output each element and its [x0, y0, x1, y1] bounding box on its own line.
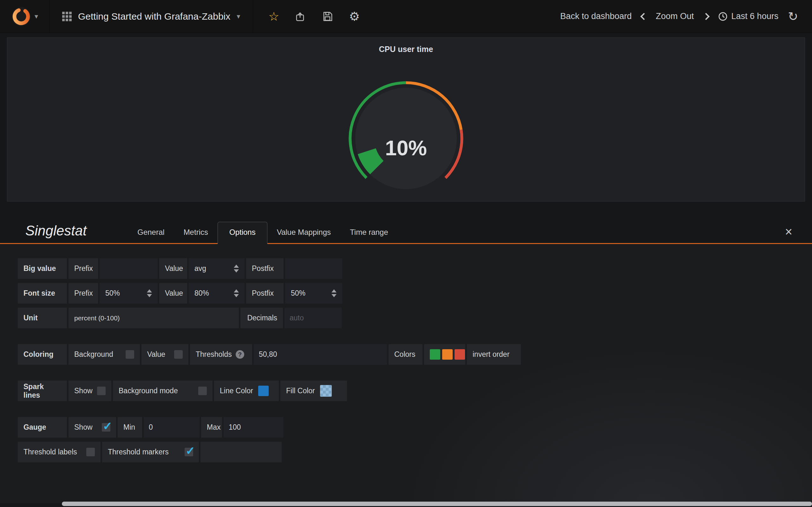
decimals-label: Decimals	[241, 308, 283, 328]
save-icon	[322, 11, 333, 22]
top-navbar: ▾ Getting Started with Grafana-Zabbix ▾ …	[0, 0, 812, 33]
gauge-value-text: 10%	[385, 136, 427, 160]
refresh-button[interactable]: ↻	[788, 10, 798, 22]
background-checkbox[interactable]	[125, 350, 134, 359]
line-color-label: Line Color	[220, 387, 253, 395]
big-value-prefix-input[interactable]	[100, 258, 158, 279]
clock-icon	[718, 12, 728, 21]
gauge-show-checkbox[interactable]: ✓	[102, 423, 110, 432]
value-font-size-select[interactable]: 80%	[189, 283, 245, 303]
tab-metrics[interactable]: Metrics	[174, 222, 217, 243]
panel-editor: Singlestat General Metrics Options Value…	[0, 222, 812, 507]
tab-options[interactable]: Options	[217, 222, 267, 244]
orange-color-swatch[interactable]	[442, 349, 453, 360]
navbar-actions: ☆ ⚙	[253, 0, 375, 33]
postfix-input-cell	[285, 258, 342, 279]
font-size-label: Font size	[18, 283, 67, 303]
coloring-row: Coloring Background Value Thresholds ? C…	[18, 344, 812, 365]
editor-body: Big value Prefix Value avg Postfix Font …	[0, 244, 812, 503]
threshold-markers-label: Threshold markers	[108, 448, 169, 456]
sparkline-show-toggle[interactable]: Show	[68, 381, 111, 401]
thresholds-input-cell	[254, 344, 387, 365]
fill-color-swatch[interactable]	[320, 385, 332, 397]
fill-color-label: Fill Color	[286, 387, 315, 395]
time-range-button[interactable]: Last 6 hours	[718, 11, 779, 21]
threshold-labels-checkbox[interactable]	[86, 448, 95, 456]
background-mode-checkbox[interactable]	[198, 387, 207, 395]
coloring-label: Coloring	[18, 344, 67, 365]
save-button[interactable]	[322, 11, 333, 22]
line-color-swatch[interactable]	[258, 386, 269, 396]
gauge-min-input[interactable]	[144, 417, 200, 438]
select-arrows-icon	[234, 289, 239, 297]
gauge-label: Gauge	[18, 417, 67, 438]
tab-time-range[interactable]: Time range	[340, 222, 398, 243]
selected-value: 50%	[105, 289, 120, 297]
gauge-chart: 10%	[279, 55, 533, 197]
threshold-labels-toggle[interactable]: Threshold labels	[18, 442, 101, 462]
dashboard-title: Getting Started with Grafana-Zabbix	[78, 11, 230, 22]
thresholds-label-cell: Thresholds ?	[190, 344, 252, 365]
gauge-max-input[interactable]	[223, 417, 283, 438]
unit-value-button[interactable]: percent (0-100)	[68, 308, 239, 328]
select-arrows-icon	[147, 289, 152, 297]
sparkline-background-mode-toggle[interactable]: Background mode	[113, 381, 212, 401]
red-color-swatch[interactable]	[455, 349, 465, 360]
time-forward-button[interactable]	[704, 14, 709, 19]
value-checkbox[interactable]	[174, 350, 183, 359]
background-label: Background	[74, 350, 113, 359]
close-editor-button[interactable]: ×	[785, 225, 812, 243]
threshold-markers-checkbox[interactable]: ✓	[185, 448, 193, 456]
check-icon: ✓	[186, 444, 195, 458]
share-button[interactable]	[295, 11, 306, 22]
singlestat-panel: CPU user time 10%	[7, 38, 805, 202]
tab-value-mappings[interactable]: Value Mappings	[267, 222, 340, 243]
editor-header: Singlestat General Metrics Options Value…	[0, 222, 812, 244]
big-value-row: Big value Prefix Value avg Postfix	[18, 258, 812, 279]
editor-tabs: General Metrics Options Value Mappings T…	[128, 222, 397, 243]
decimals-input[interactable]	[285, 308, 342, 328]
postfix-font-size-select[interactable]: 50%	[285, 283, 342, 303]
horizontal-scrollbar[interactable]	[62, 502, 812, 506]
thresholds-input[interactable]	[254, 344, 387, 365]
panel-title[interactable]: CPU user time	[7, 38, 805, 54]
show-checkbox[interactable]	[97, 387, 106, 395]
font-size-row: Font size Prefix 50% Value 80% Postfix 5…	[18, 283, 812, 303]
spark-lines-label: Spark lines	[18, 381, 67, 401]
coloring-background-toggle[interactable]: Background	[68, 344, 140, 365]
share-icon	[295, 11, 306, 22]
invert-order-button[interactable]: invert order	[467, 344, 521, 365]
coloring-value-toggle[interactable]: Value	[142, 344, 189, 365]
settings-button[interactable]: ⚙	[349, 10, 360, 22]
value-options-group: Big value Prefix Value avg Postfix Font …	[18, 258, 812, 328]
postfix-label: Postfix	[246, 283, 284, 303]
min-label: Min	[118, 417, 142, 438]
close-icon: ×	[785, 225, 792, 239]
threshold-color-swatches	[430, 349, 465, 360]
select-arrows-icon	[332, 289, 337, 297]
big-value-postfix-input[interactable]	[285, 258, 342, 279]
back-to-dashboard-button[interactable]: Back to dashboard	[560, 11, 631, 21]
zoom-out-button[interactable]: Zoom Out	[656, 11, 694, 21]
threshold-markers-toggle[interactable]: Threshold markers ✓	[102, 442, 199, 462]
green-color-swatch[interactable]	[430, 349, 440, 360]
refresh-icon: ↻	[788, 10, 798, 22]
prefix-label: Prefix	[68, 283, 98, 303]
help-icon[interactable]: ?	[236, 350, 244, 359]
prefix-font-size-select[interactable]: 50%	[100, 283, 158, 303]
navbar-right: Back to dashboard Zoom Out Last 6 hours …	[560, 10, 812, 22]
gauge-show-toggle[interactable]: Show ✓	[68, 417, 116, 438]
gear-icon: ⚙	[349, 10, 360, 22]
grafana-menu-button[interactable]: ▾	[0, 0, 49, 33]
line-color-cell: Line Color	[214, 381, 279, 401]
chevron-right-icon	[702, 13, 710, 20]
dashboard-title-button[interactable]: Getting Started with Grafana-Zabbix ▾	[49, 0, 253, 33]
unit-row: Unit percent (0-100) Decimals	[18, 308, 812, 328]
time-back-button[interactable]	[641, 14, 647, 19]
tab-general[interactable]: General	[128, 222, 174, 243]
value-label: Value	[147, 350, 165, 359]
big-value-stat-select[interactable]: avg	[189, 258, 245, 279]
chevron-left-icon	[640, 13, 647, 20]
selected-value: 50%	[291, 289, 305, 297]
star-button[interactable]: ☆	[268, 10, 279, 22]
